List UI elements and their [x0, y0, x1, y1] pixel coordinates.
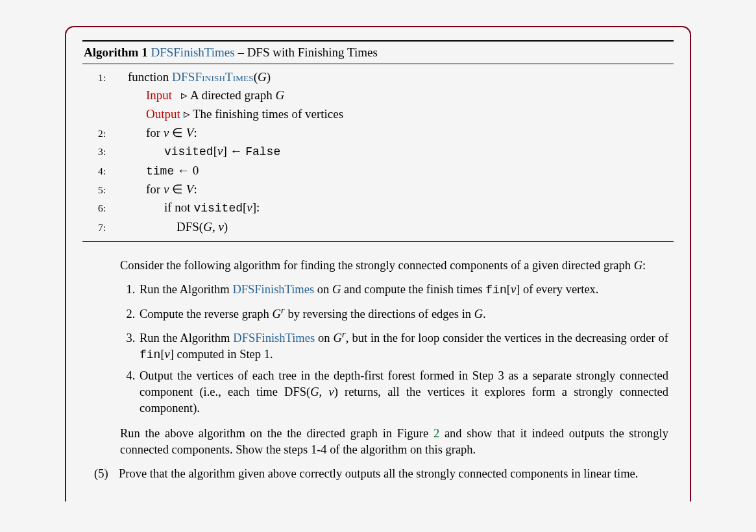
alg-line-5: 5: for v ∈ V: — [82, 180, 674, 199]
algorithm-subtitle: – DFS with Finishing Times — [235, 45, 378, 59]
alg-code: Input ▹ A directed graph G — [110, 87, 284, 104]
alg-code: visited[v] ← False — [110, 143, 280, 160]
alg-line-input: Input ▹ A directed graph G — [82, 86, 674, 105]
line-number: 3: — [82, 145, 106, 159]
intro-paragraph: Consider the following algorithm for fin… — [120, 258, 668, 274]
alg-code: for v ∈ V: — [110, 181, 197, 198]
alg-line-3: 3: visited[v] ← False — [82, 142, 674, 161]
dfs-link[interactable]: DFSFinishTimes — [233, 332, 315, 345]
step-2: Compute the reverse graph Gr by reversin… — [138, 304, 668, 322]
line-number: 1: — [82, 71, 106, 85]
tail-paragraph: Run the above algorithm on the the direc… — [120, 426, 668, 458]
line-number: 7: — [82, 221, 106, 235]
algorithm-body: 1: function DFSFinishTimes(G) Input ▹ A … — [82, 64, 674, 243]
step-3: Run the Algorithm DFSFinishTimes on Gr, … — [138, 328, 668, 363]
alg-line-7: 7: DFS(G, v) — [82, 218, 674, 237]
triangle-icon: ▹ — [181, 88, 188, 102]
output-label: Output — [146, 107, 180, 121]
alg-line-6: 6: if not visited[v]: — [82, 199, 674, 217]
alg-line-1: 1: function DFSFinishTimes(G) — [82, 68, 674, 87]
alg-code: if not visited[v]: — [110, 199, 260, 216]
line-number: 6: — [82, 202, 106, 215]
content-frame: Algorithm 1 DFSFinishTimes – DFS with Fi… — [65, 26, 691, 502]
alg-code: function DFSFinishTimes(G) — [110, 69, 271, 86]
question-5: (5) Prove that the algorithm given above… — [82, 466, 674, 482]
algorithm-label: Algorithm 1 — [84, 45, 148, 59]
triangle-icon: ▹ — [184, 107, 190, 121]
alg-code: DFS(G, v) — [110, 219, 228, 236]
step-1: Run the Algorithm DFSFinishTimes on G an… — [138, 282, 668, 298]
line-number: 4: — [82, 165, 106, 178]
question-body: Prove that the algorithm given above cor… — [119, 466, 674, 482]
line-number: 2: — [82, 127, 106, 141]
algorithm-header: Algorithm 1 DFSFinishTimes – DFS with Fi… — [82, 40, 674, 64]
page: Algorithm 1 DFSFinishTimes – DFS with Fi… — [0, 0, 756, 532]
line-number: 5: — [82, 184, 106, 197]
input-label: Input — [146, 88, 172, 102]
algorithm-name-link[interactable]: DFSFinishTimes — [151, 45, 234, 59]
alg-code: Output ▹ The finishing times of vertices — [110, 106, 343, 123]
narrative: Consider the following algorithm for fin… — [82, 258, 674, 458]
dfs-link[interactable]: DFSFinishTimes — [232, 283, 314, 296]
step-4: Output the vertices of each tree in the … — [138, 368, 668, 417]
alg-line-2: 2: for v ∈ V: — [82, 124, 674, 143]
alg-line-4: 4: time ← 0 — [82, 162, 674, 180]
figure-link[interactable]: 2 — [433, 427, 439, 440]
alg-code: time ← 0 — [110, 162, 199, 179]
steps-list: Run the Algorithm DFSFinishTimes on G an… — [120, 282, 668, 417]
alg-code: for v ∈ V: — [110, 125, 197, 141]
question-number: (5) — [94, 466, 119, 482]
func-name: DFSFinishTimes — [172, 70, 254, 84]
alg-line-output: Output ▹ The finishing times of vertices — [82, 105, 674, 124]
